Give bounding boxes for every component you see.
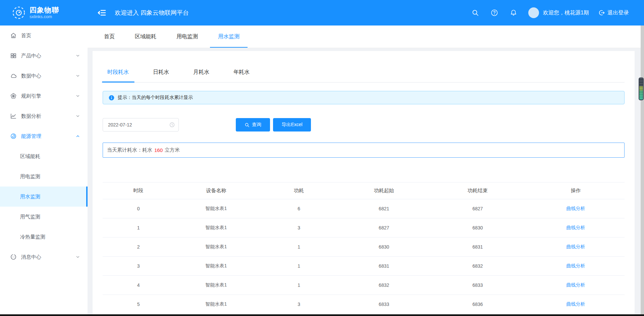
sidebar-item-message-center[interactable]: 消息中心 bbox=[0, 247, 88, 267]
page-title: 欢迎进入 四象云物联网平台 bbox=[115, 9, 189, 17]
brand-text: 四象物聯 sxlinks.com bbox=[30, 6, 59, 19]
subtab-daily-water[interactable]: 日耗水 bbox=[153, 68, 169, 82]
search-icon[interactable] bbox=[472, 9, 479, 16]
subtab-monthly-water[interactable]: 月耗水 bbox=[193, 68, 209, 82]
bottom-window-edge bbox=[0, 314, 644, 316]
sidebar-item-energy-management[interactable]: 能源管理 bbox=[0, 126, 88, 146]
cell-start: 6827 bbox=[339, 218, 428, 238]
sidebar-item-data-analysis[interactable]: 数据分析 bbox=[0, 106, 88, 126]
tab-home[interactable]: 首页 bbox=[96, 25, 123, 48]
sidebar-item-product-center[interactable]: 产品中心 bbox=[0, 46, 88, 66]
chevron-up-icon bbox=[75, 134, 80, 139]
curve-analysis-link[interactable]: 曲线分析 bbox=[567, 282, 585, 287]
cell-consumption: 3 bbox=[258, 295, 340, 314]
cell-end: 6831 bbox=[428, 238, 527, 257]
cell-period: 4 bbox=[103, 276, 174, 295]
cell-end: 6832 bbox=[428, 257, 527, 276]
table-header: 时段 设备名称 功耗 功耗起始 功耗结束 操作 bbox=[103, 182, 625, 199]
date-picker bbox=[103, 118, 179, 131]
chevron-down-icon bbox=[75, 94, 80, 98]
sidebar-item-label: 数据中心 bbox=[21, 73, 41, 79]
export-excel-button[interactable]: 导出Excel bbox=[273, 118, 311, 131]
cell-end: 6833 bbox=[428, 276, 527, 295]
tab-label: 区域能耗 bbox=[135, 33, 156, 40]
curve-analysis-link[interactable]: 曲线分析 bbox=[567, 301, 585, 307]
avatar[interactable] bbox=[528, 7, 539, 18]
brand-title: 四象物聯 bbox=[30, 6, 59, 14]
table-row: 5 智能水表1 3 6833 6836 曲线分析 bbox=[103, 295, 625, 314]
sidebar-subitem-region-energy[interactable]: 区域能耗 bbox=[0, 146, 88, 166]
bell-icon[interactable] bbox=[510, 9, 517, 16]
energy-gauge-icon bbox=[10, 133, 17, 140]
cell-consumption: 1 bbox=[258, 238, 340, 257]
daily-total-summary: 当天累计耗水：耗水 160 立方米 bbox=[103, 143, 625, 158]
tab-label: 首页 bbox=[104, 33, 115, 40]
main-content: 首页 区域能耗 用电监测 用水监测 时段耗水 日耗水 月耗水 年耗水 提示：当天… bbox=[88, 25, 644, 316]
sidebar-subitem-label: 用水监测 bbox=[20, 194, 40, 200]
sidebar-subitem-water-monitor[interactable]: 用水监测 bbox=[0, 187, 88, 207]
water-sub-tabs: 时段耗水 日耗水 月耗水 年耗水 bbox=[103, 68, 625, 83]
clock-icon bbox=[169, 122, 175, 128]
cell-end: 6830 bbox=[428, 218, 527, 238]
column-header-consumption: 功耗 bbox=[258, 182, 340, 199]
sidebar-subitem-gas-monitor[interactable]: 用气监测 bbox=[0, 207, 88, 227]
home-icon bbox=[10, 32, 17, 39]
cell-consumption: 1 bbox=[258, 257, 340, 276]
menu-fold-icon[interactable] bbox=[98, 8, 106, 17]
column-header-device: 设备名称 bbox=[174, 182, 258, 199]
table-row: 2 智能水表1 1 6830 6831 曲线分析 bbox=[103, 238, 625, 257]
tab-label: 用水监测 bbox=[218, 33, 239, 40]
hint-banner: 提示：当天的每个时段耗水累计显示 bbox=[103, 91, 625, 104]
column-header-start: 功耗起始 bbox=[339, 182, 428, 199]
subtab-period-water[interactable]: 时段耗水 bbox=[107, 68, 129, 82]
help-icon[interactable] bbox=[491, 9, 498, 16]
cell-start: 6830 bbox=[339, 238, 428, 257]
brand-logo: 四象物聯 sxlinks.com bbox=[0, 6, 88, 19]
sidebar-item-label: 消息中心 bbox=[21, 254, 41, 260]
info-icon bbox=[109, 95, 114, 101]
cell-consumption: 3 bbox=[258, 218, 340, 238]
subtab-yearly-water[interactable]: 年耗水 bbox=[233, 68, 250, 82]
curve-analysis-link[interactable]: 曲线分析 bbox=[567, 206, 585, 211]
export-button-label: 导出Excel bbox=[281, 122, 302, 128]
curve-analysis-link[interactable]: 曲线分析 bbox=[567, 244, 585, 249]
sidebar-item-label: 首页 bbox=[21, 33, 31, 39]
sidebar-item-home[interactable]: 首页 bbox=[0, 25, 88, 46]
vertical-scrollbar-track[interactable] bbox=[641, 25, 644, 316]
consumption-table: 时段 设备名称 功耗 功耗起始 功耗结束 操作 0 智能水表1 6 6821 6 bbox=[103, 182, 625, 314]
cell-start: 6831 bbox=[339, 257, 428, 276]
cell-period: 3 bbox=[103, 257, 174, 276]
cloud-icon bbox=[10, 72, 17, 79]
column-header-period: 时段 bbox=[103, 182, 174, 199]
message-bubble-icon bbox=[10, 254, 17, 260]
cell-device: 智能水表1 bbox=[174, 218, 258, 238]
tab-electricity-monitor[interactable]: 用电监测 bbox=[168, 25, 206, 48]
table-row: 4 智能水表1 1 6832 6833 曲线分析 bbox=[103, 276, 625, 295]
cell-end: 6827 bbox=[428, 199, 527, 218]
summary-value: 160 bbox=[154, 147, 163, 153]
column-header-actions: 操作 bbox=[527, 182, 625, 199]
tab-region-energy[interactable]: 区域能耗 bbox=[127, 25, 164, 48]
content-card: 时段耗水 日耗水 月耗水 年耗水 提示：当天的每个时段耗水累计显示 bbox=[93, 51, 635, 316]
logout-button[interactable]: 退出登录 bbox=[598, 9, 629, 16]
curve-analysis-link[interactable]: 曲线分析 bbox=[567, 263, 585, 268]
sidebar-item-label: 产品中心 bbox=[21, 53, 41, 59]
sidebar-subitem-electricity-monitor[interactable]: 用电监测 bbox=[0, 166, 88, 187]
sidebar-subitem-heat-monitor[interactable]: 冷热量监测 bbox=[0, 227, 88, 247]
sidebar-item-rule-engine[interactable]: 规则引擎 bbox=[0, 86, 88, 106]
curve-analysis-link[interactable]: 曲线分析 bbox=[567, 225, 585, 230]
cell-period: 2 bbox=[103, 238, 174, 257]
vertical-scrollbar-thumb[interactable] bbox=[639, 77, 644, 100]
sidebar-item-data-center[interactable]: 数据中心 bbox=[0, 66, 88, 86]
sidebar-item-label: 规则引擎 bbox=[21, 93, 41, 99]
tab-water-monitor[interactable]: 用水监测 bbox=[210, 25, 248, 48]
brand-subtitle: sxlinks.com bbox=[30, 14, 59, 19]
sidebar-subitem-label: 用电监测 bbox=[20, 173, 40, 180]
sidebar-item-label: 数据分析 bbox=[21, 113, 41, 119]
table-row: 0 智能水表1 6 6821 6827 曲线分析 bbox=[103, 199, 625, 218]
sidebar-subitem-label: 区域能耗 bbox=[20, 153, 40, 160]
table-row: 3 智能水表1 1 6831 6832 曲线分析 bbox=[103, 257, 625, 276]
search-button[interactable]: 查询 bbox=[236, 118, 270, 131]
date-input[interactable] bbox=[103, 118, 179, 131]
cell-period: 5 bbox=[103, 295, 174, 314]
